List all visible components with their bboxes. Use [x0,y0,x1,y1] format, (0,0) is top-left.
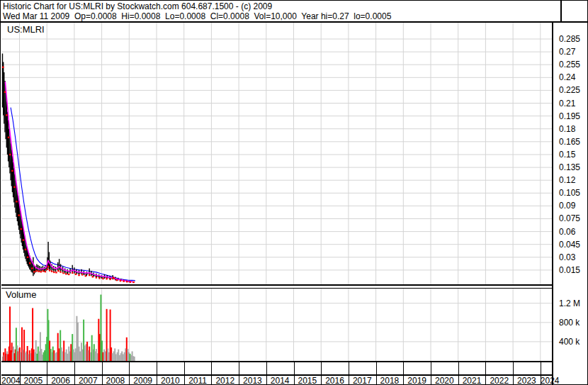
year-tick [349,362,349,374]
year-label: 2021 [458,376,486,385]
stock-chart-page: Historic Chart for US:MLRI by Stockwatch… [0,0,588,385]
price-tick-label: 0.21 [559,99,575,108]
year-label: 2017 [349,376,376,385]
year-label: 2004 [1,376,20,385]
year-tick [403,362,404,374]
volume-chart [1,288,553,362]
price-tick-label: 0.135 [559,162,580,172]
price-chart [1,23,553,286]
chart-header: Historic Chart for US:MLRI by Stockwatch… [1,1,562,21]
price-tick-label: 0.06 [559,227,575,237]
price-tick-label: 0.225 [559,85,580,95]
year-label: 2015 [294,376,322,385]
year-tick [266,362,267,374]
price-tick-label: 0.105 [559,188,580,198]
price-tick-label: 0.015 [559,265,580,275]
right-axis-column: 0.2850.270.2550.240.2250.210.1950.180.16… [552,23,588,385]
year-tick [485,362,486,374]
year-tick [157,362,157,374]
year-label: 2013 [239,376,266,385]
year-label: 2009 [129,376,157,385]
year-tick [239,362,239,374]
year-label: 2011 [184,376,212,385]
price-tick-label: 0.24 [559,72,575,82]
price-tick-label: 0.285 [559,34,580,44]
price-tick-label: 0.09 [559,201,575,211]
volume-tick-label: 1.2 M [559,298,580,308]
year-tick [102,362,103,374]
year-label: 2016 [321,376,349,385]
price-tick-label: 0.255 [559,60,580,69]
year-tick [321,362,322,374]
year-tick [74,362,75,374]
year-tick [376,362,377,374]
volume-tick-label: 800 k [559,318,579,328]
year-label: 2020 [431,376,458,385]
year-tick [541,362,541,374]
year-label: 2012 [211,376,239,385]
year-label: 2008 [102,376,130,385]
year-tick [184,362,185,374]
price-tick-label: 0.075 [559,213,580,223]
year-tick [294,362,295,374]
year-label: 2023 [513,376,541,385]
chart-title: Historic Chart for US:MLRI by Stockwatch… [3,1,272,11]
year-tick [20,362,21,374]
year-label: 2010 [157,376,184,385]
year-label: 2022 [485,376,513,385]
year-label: 2019 [403,376,431,385]
year-tick [211,362,212,374]
year-tick [47,362,47,374]
year-tick [458,362,459,374]
x-axis: 2004200520062007200820092010201120122013… [1,362,553,385]
price-tick-label: 0.15 [559,150,575,160]
quote-summary-line: Wed Mar 11 2009 Op=0.0008 Hi=0.0008 Lo=0… [3,11,391,21]
price-tick-label: 0.18 [559,124,575,134]
symbol-label: US:MLRI [7,24,45,35]
year-tick [513,362,514,374]
year-tick [431,362,431,374]
volume-tick-label: 400 k [559,337,579,347]
price-tick-label: 0.195 [559,111,580,121]
year-label: 2006 [47,376,74,385]
year-label: 2014 [266,376,294,385]
price-tick-label: 0.03 [559,252,575,262]
price-tick-label: 0.12 [559,175,575,185]
price-tick-label: 0.045 [559,240,580,250]
year-label: 2007 [74,376,102,385]
year-label: 2018 [376,376,404,385]
year-label: 2005 [20,376,47,385]
year-label: 2024 [541,376,553,385]
price-tick-label: 0.165 [559,137,580,147]
price-tick-label: 0.27 [559,47,575,57]
year-tick [129,362,130,374]
volume-label: Volume [6,289,36,300]
